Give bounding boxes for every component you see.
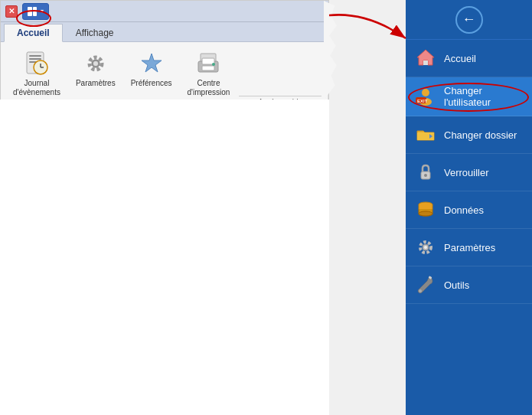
verrouiller-label: Verrouiller — [444, 167, 489, 178]
dropdown-arrow-icon: ▾ — [41, 8, 44, 15]
svg-rect-1 — [29, 55, 41, 57]
sidebar-panel: ← Accueil EXIT Changer l'utilisateur — [406, 0, 532, 415]
sidebar-item-parametres[interactable]: Paramètres — [406, 229, 532, 266]
svg-rect-18 — [423, 60, 428, 65]
close-button[interactable]: ✕ — [5, 5, 18, 18]
sidebar-item-verrouiller[interactable]: Verrouiller — [406, 154, 532, 191]
journal-icon — [23, 50, 51, 77]
ribbon-tabs: Accueil Affichage — [1, 22, 328, 42]
svg-point-15 — [212, 63, 215, 66]
ribbon: ✕ ▾ Accueil Affichage — [0, 0, 329, 112]
ribbon-item-journal[interactable]: Journal d'évènements — [7, 47, 67, 100]
back-arrow-icon: ← — [462, 11, 476, 28]
ribbon-title-bar: ✕ ▾ — [1, 1, 328, 22]
gear-icon — [82, 50, 109, 77]
settings-icon — [415, 237, 436, 258]
svg-marker-10 — [142, 54, 162, 72]
quick-access-button[interactable]: ▾ — [22, 3, 49, 20]
user-icon: EXIT — [415, 86, 436, 107]
svg-rect-2 — [29, 58, 41, 60]
ribbon-item-centre-impression[interactable]: Centre d'impression — [181, 47, 237, 100]
centre-impression-label: Centre d'impression — [188, 79, 230, 97]
svg-point-28 — [419, 211, 432, 216]
sidebar-item-accueil[interactable]: Accueil — [406, 40, 532, 77]
arrow-annotation — [321, 4, 413, 57]
sidebar-item-changer-utilisateur[interactable]: EXIT Changer l'utilisateur — [406, 77, 532, 116]
tab-accueil[interactable]: Accueil — [4, 24, 63, 42]
printer-icon — [194, 50, 222, 77]
preferences-label: Préférences — [131, 79, 172, 88]
tab-affichage[interactable]: Affichage — [63, 24, 127, 41]
parametres-label: Paramètres — [76, 79, 116, 88]
sidebar-item-outils[interactable]: Outils — [406, 266, 532, 304]
accueil-label: Accueil — [444, 53, 476, 64]
ribbon-item-parametres[interactable]: Paramètres — [70, 47, 122, 91]
sidebar-item-donnees[interactable]: Données — [406, 191, 532, 229]
ribbon-item-preferences[interactable]: Préférences — [125, 47, 178, 91]
star-icon — [138, 50, 165, 77]
database-icon — [415, 199, 436, 221]
grid-icon — [28, 7, 37, 16]
svg-point-31 — [424, 246, 427, 249]
changer-utilisateur-label: Changer l'utilisateur — [444, 85, 523, 108]
changer-dossier-label: Changer dossier — [444, 129, 517, 141]
svg-rect-14 — [202, 66, 214, 70]
svg-point-26 — [424, 174, 427, 177]
lock-icon — [415, 162, 436, 183]
outils-label: Outils — [444, 279, 469, 291]
wrench-icon — [415, 274, 436, 296]
back-circle-icon: ← — [455, 6, 483, 34]
home-icon — [415, 47, 436, 69]
sidebar-parametres-label: Paramètres — [444, 242, 495, 253]
torn-edge-decoration — [324, 1, 342, 100]
journal-label: Journal d'évènements — [13, 79, 60, 97]
sidebar-back-button[interactable]: ← — [406, 0, 532, 40]
folder-icon — [415, 124, 436, 145]
main-content — [0, 100, 329, 415]
donnees-label: Données — [444, 204, 484, 216]
svg-point-32 — [419, 289, 422, 292]
svg-point-9 — [93, 61, 98, 66]
svg-point-19 — [422, 89, 429, 96]
sidebar-item-changer-dossier[interactable]: Changer dossier — [406, 116, 532, 154]
ribbon-items: Journal d'évènements Paramètres — [7, 47, 236, 106]
svg-text:EXIT: EXIT — [417, 99, 428, 103]
